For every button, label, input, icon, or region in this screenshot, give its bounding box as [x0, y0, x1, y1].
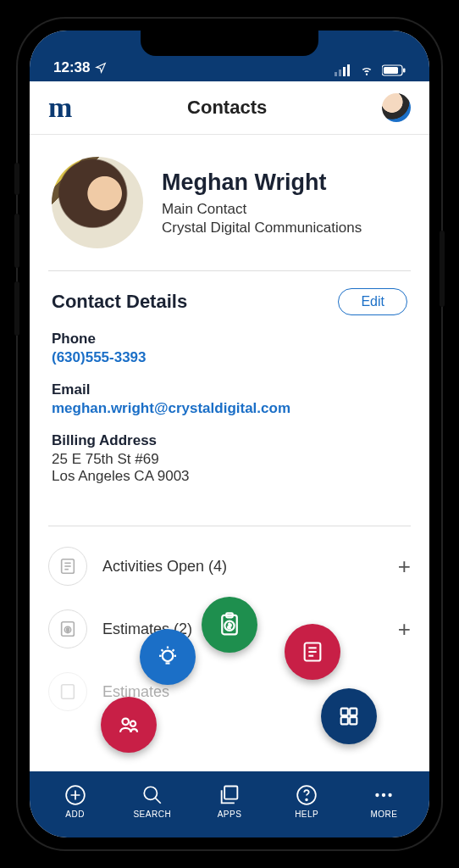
svg-rect-3: [347, 64, 350, 76]
contact-avatar[interactable]: [52, 157, 143, 248]
screen: 12:38 m Contacts Meghan Wright Main Cont…: [30, 31, 429, 837]
nav-apps[interactable]: APPS: [191, 784, 268, 819]
email-field: Email meghan.wright@crystaldigital.com: [52, 381, 407, 417]
status-time: 12:38: [53, 59, 90, 76]
page-title: Contacts: [187, 97, 267, 119]
phone-label: Phone: [52, 331, 407, 348]
billing-line2: Los Angeles CA 9003: [52, 468, 407, 485]
plus-circle-icon: [64, 784, 86, 806]
svg-rect-31: [341, 709, 348, 715]
app-logo[interactable]: m: [48, 93, 72, 122]
svg-rect-14: [62, 685, 75, 699]
email-label: Email: [52, 381, 407, 398]
svg-point-45: [389, 793, 392, 796]
notch: [141, 31, 318, 56]
app-header: m Contacts: [30, 81, 429, 135]
plus-icon[interactable]: +: [398, 554, 411, 580]
svg-rect-33: [341, 717, 348, 724]
svg-rect-2: [343, 67, 346, 76]
power-button: [440, 231, 445, 307]
svg-rect-1: [339, 70, 341, 76]
svg-line-23: [162, 649, 163, 651]
svg-line-39: [155, 798, 161, 804]
phone-field: Phone (630)555-3393: [52, 331, 407, 366]
svg-text:$: $: [66, 627, 69, 632]
svg-point-42: [306, 798, 307, 800]
nav-search-label: SEARCH: [133, 810, 171, 819]
section-title: Contact Details: [52, 291, 187, 313]
svg-point-38: [144, 787, 157, 799]
wifi-icon: [358, 64, 375, 76]
lightbulb-icon: [155, 644, 180, 670]
nav-more-label: MORE: [370, 810, 397, 819]
nav-help[interactable]: HELP: [268, 784, 346, 819]
billing-line1: 25 E 75th St #69: [52, 451, 407, 468]
svg-rect-6: [403, 69, 406, 73]
estimates-icon: $: [48, 609, 87, 648]
activities-icon: [48, 547, 87, 586]
stack-icon: [218, 783, 241, 807]
people-icon: [116, 712, 141, 737]
bottom-nav: ADD SEARCH APPS HELP MORE: [30, 771, 429, 837]
phone-value[interactable]: (630)555-3393: [52, 349, 407, 366]
svg-line-24: [173, 649, 174, 651]
volume-down-button: [14, 281, 19, 336]
nav-add-label: ADD: [65, 810, 85, 819]
svg-point-30: [130, 721, 135, 726]
fab-contacts[interactable]: [101, 697, 157, 753]
svg-point-44: [382, 793, 385, 796]
contact-name: Meghan Wright: [162, 170, 362, 196]
note-icon: [301, 640, 324, 664]
activities-label: Activities Open (4): [102, 558, 383, 576]
svg-point-29: [123, 719, 130, 726]
svg-rect-5: [384, 67, 398, 74]
fab-estimate[interactable]: [202, 597, 257, 653]
clipboard-dollar-icon: [217, 612, 242, 637]
nav-help-label: HELP: [295, 810, 318, 819]
battery-icon: [382, 64, 406, 76]
edit-button[interactable]: Edit: [338, 288, 407, 315]
more-icon: [373, 784, 395, 806]
svg-rect-34: [350, 717, 357, 724]
user-avatar[interactable]: [382, 93, 411, 122]
svg-point-18: [163, 651, 174, 662]
billing-field: Billing Address 25 E 75th St #69 Los Ang…: [52, 432, 407, 485]
grid-icon: [337, 704, 361, 728]
fab-note[interactable]: [285, 624, 340, 680]
contact-hero: Meghan Wright Main Contact Crystal Digit…: [30, 135, 429, 270]
nav-apps-label: APPS: [218, 810, 242, 819]
plus-icon[interactable]: +: [398, 616, 411, 643]
signal-icon: [335, 64, 351, 76]
svg-rect-40: [224, 786, 237, 798]
billing-label: Billing Address: [52, 432, 407, 449]
nav-add[interactable]: ADD: [36, 784, 113, 819]
nav-more[interactable]: MORE: [346, 784, 423, 819]
contact-role: Main Contact: [162, 201, 362, 218]
email-value[interactable]: meghan.wright@crystaldigital.com: [52, 400, 407, 417]
row-icon: [48, 672, 87, 711]
fab-grid[interactable]: [321, 688, 377, 744]
contact-company: Crystal Digital Communications: [162, 220, 362, 236]
search-icon: [141, 784, 163, 806]
svg-point-43: [376, 793, 379, 796]
volume-up-button: [14, 214, 19, 268]
side-button: [14, 163, 19, 195]
activities-row[interactable]: Activities Open (4) +: [30, 535, 429, 598]
nav-search[interactable]: SEARCH: [113, 784, 191, 819]
contact-details-section: Contact Details Edit Phone (630)555-3393…: [30, 271, 429, 526]
phone-frame: 12:38 m Contacts Meghan Wright Main Cont…: [18, 19, 441, 849]
fab-idea[interactable]: [140, 629, 196, 685]
location-arrow-icon: [95, 62, 107, 74]
svg-rect-32: [350, 709, 357, 715]
help-icon: [296, 784, 318, 806]
svg-rect-0: [335, 72, 337, 76]
